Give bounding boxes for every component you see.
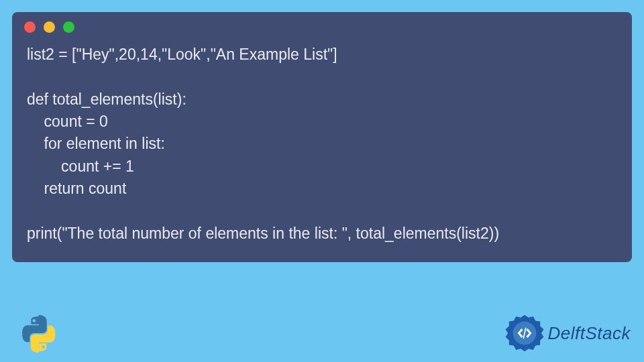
code-line: for element in list: [27,135,165,152]
python-icon [20,315,58,353]
close-icon [24,21,36,33]
code-line: return count [27,180,126,197]
window-header [12,12,632,38]
maximize-icon [63,21,74,33]
delftstack-badge-icon [505,314,544,353]
code-line: count += 1 [27,158,134,175]
code-line: count = 0 [27,113,108,130]
code-window: list2 = ["Hey",20,14,"Look","An Example … [12,12,632,262]
minimize-icon [44,21,55,33]
delftstack-logo: DelftStack [505,314,631,353]
code-line: print("The total number of elements in t… [27,225,499,242]
code-body: list2 = ["Hey",20,14,"Look","An Example … [12,38,632,249]
brand-name: DelftStack [548,323,631,344]
code-line: def total_elements(list): [27,90,186,108]
code-line: list2 = ["Hey",20,14,"Look","An Example … [27,46,337,63]
